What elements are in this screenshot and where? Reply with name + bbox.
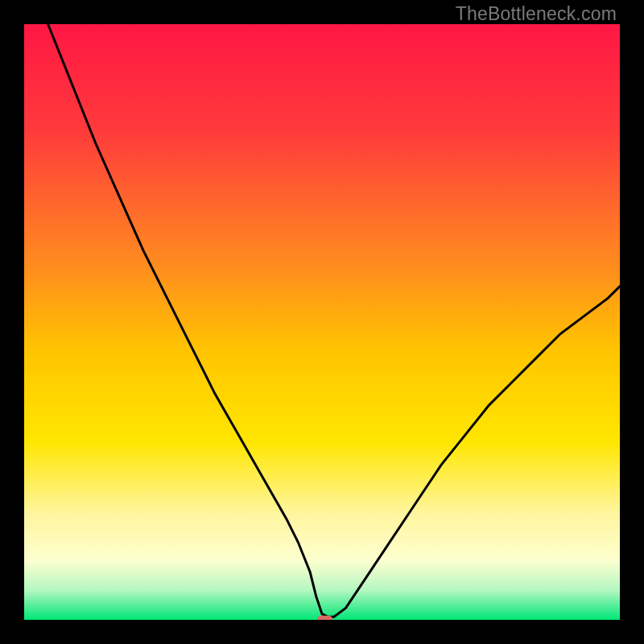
bottleneck-chart (24, 24, 620, 620)
watermark-text: TheBottleneck.com (456, 3, 617, 25)
gradient-background (24, 24, 620, 620)
chart-frame (24, 24, 620, 620)
optimal-marker (317, 616, 332, 620)
